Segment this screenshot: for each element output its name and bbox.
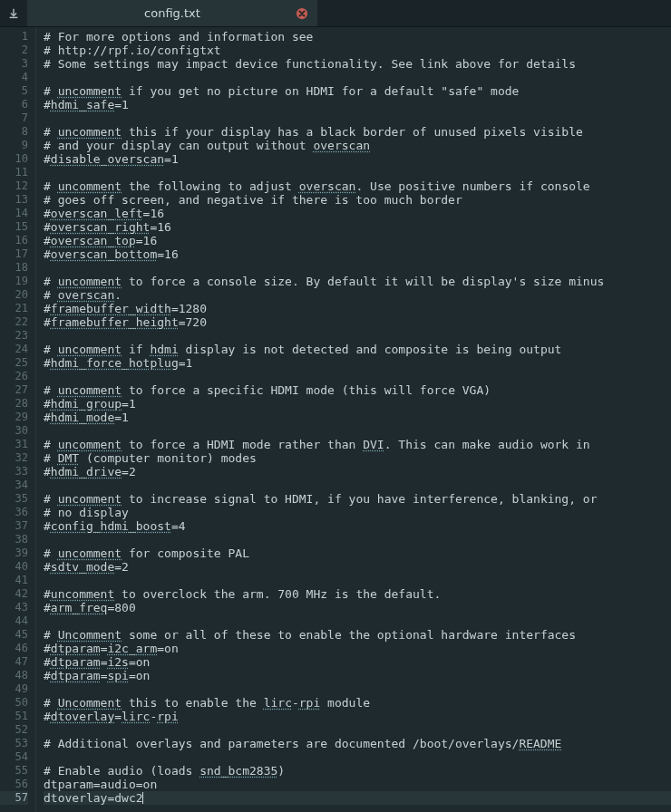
code-line[interactable]	[44, 166, 671, 179]
code-line[interactable]: # uncomment the following to adjust over…	[44, 179, 671, 193]
code-line[interactable]: #hdmi_safe=1	[44, 98, 671, 111]
code-line[interactable]: #framebuffer_height=720	[44, 315, 671, 329]
line-number: 27	[0, 383, 28, 397]
code-line[interactable]: #disable_overscan=1	[44, 152, 671, 166]
line-number: 6	[0, 98, 28, 111]
line-number: 51	[0, 710, 28, 723]
code-line[interactable]: #hdmi_drive=2	[44, 465, 671, 478]
code-line[interactable]	[44, 329, 671, 343]
code-line[interactable]	[44, 71, 671, 84]
code-line[interactable]	[44, 478, 671, 492]
code-line[interactable]: # uncomment this if your display has a b…	[44, 125, 671, 139]
code-area[interactable]: # For more options and information see# …	[36, 27, 671, 812]
code-line[interactable]: dtparam=audio=on	[44, 778, 671, 791]
line-number: 45	[0, 628, 28, 642]
code-line[interactable]: # uncomment to force a HDMI mode rather …	[44, 438, 671, 451]
code-line[interactable]: # Some settings may impact device functi…	[44, 57, 671, 71]
code-line[interactable]	[44, 111, 671, 125]
code-line[interactable]: #hdmi_force_hotplug=1	[44, 356, 671, 370]
code-line[interactable]: # DMT (computer monitor) modes	[44, 451, 671, 465]
line-number: 5	[0, 84, 28, 98]
line-number: 30	[0, 424, 28, 438]
line-number: 36	[0, 506, 28, 519]
code-line[interactable]	[44, 614, 671, 628]
titlebar: config.txt	[0, 0, 671, 27]
line-number: 2	[0, 44, 28, 57]
line-number: 31	[0, 438, 28, 451]
code-line[interactable]: #arm_freq=800	[44, 601, 671, 614]
line-number: 29	[0, 411, 28, 424]
code-line[interactable]: # Uncomment some or all of these to enab…	[44, 628, 671, 642]
line-number: 1	[0, 30, 28, 44]
code-line[interactable]	[44, 424, 671, 438]
line-number: 17	[0, 247, 28, 261]
code-line[interactable]	[44, 261, 671, 275]
line-number: 41	[0, 574, 28, 587]
code-line[interactable]	[44, 533, 671, 546]
code-line[interactable]: #dtoverlay=lirc-rpi	[44, 710, 671, 723]
code-line[interactable]: # Additional overlays and parameters are…	[44, 737, 671, 750]
code-line[interactable]: dtoverlay=dwc2	[44, 791, 671, 805]
download-icon[interactable]	[0, 0, 27, 26]
code-line[interactable]: # uncomment to force a specific HDMI mod…	[44, 383, 671, 397]
code-line[interactable]: # goes off screen, and negative if there…	[44, 193, 671, 207]
code-line[interactable]: # uncomment for composite PAL	[44, 546, 671, 560]
line-number: 34	[0, 478, 28, 492]
code-line[interactable]	[44, 723, 671, 737]
code-line[interactable]: #overscan_left=16	[44, 207, 671, 220]
code-line[interactable]: # uncomment to increase signal to HDMI, …	[44, 492, 671, 506]
code-line[interactable]: # uncomment to force a console size. By …	[44, 275, 671, 288]
line-number: 3	[0, 57, 28, 71]
code-line[interactable]	[44, 370, 671, 383]
line-number: 4	[0, 71, 28, 84]
line-number: 47	[0, 655, 28, 669]
line-number: 57	[0, 791, 28, 805]
code-line[interactable]	[44, 750, 671, 764]
editor[interactable]: 1234567891011121314151617181920212223242…	[0, 27, 671, 812]
line-number: 25	[0, 356, 28, 370]
code-line[interactable]: #dtparam=i2c_arm=on	[44, 642, 671, 655]
line-number-gutter: 1234567891011121314151617181920212223242…	[0, 27, 36, 812]
line-number: 13	[0, 193, 28, 207]
code-line[interactable]: #uncomment to overclock the arm. 700 MHz…	[44, 587, 671, 601]
line-number: 33	[0, 465, 28, 478]
line-number: 20	[0, 288, 28, 302]
line-number: 46	[0, 642, 28, 655]
code-line[interactable]: #overscan_bottom=16	[44, 247, 671, 261]
line-number: 55	[0, 764, 28, 778]
line-number: 19	[0, 275, 28, 288]
line-number: 18	[0, 261, 28, 275]
code-line[interactable]: # uncomment if you get no picture on HDM…	[44, 84, 671, 98]
code-line[interactable]: # and your display can output without ov…	[44, 139, 671, 152]
line-number: 54	[0, 750, 28, 764]
code-line[interactable]: # Enable audio (loads snd_bcm2835)	[44, 764, 671, 778]
code-line[interactable]	[44, 574, 671, 587]
code-line[interactable]: #framebuffer_width=1280	[44, 302, 671, 315]
tab-title: config.txt	[144, 6, 200, 20]
line-number: 11	[0, 166, 28, 179]
code-line[interactable]: # no display	[44, 506, 671, 519]
code-line[interactable]: #overscan_top=16	[44, 234, 671, 247]
code-line[interactable]: #dtparam=i2s=on	[44, 655, 671, 669]
line-number: 35	[0, 492, 28, 506]
code-line[interactable]: #dtparam=spi=on	[44, 669, 671, 682]
code-line[interactable]: #hdmi_mode=1	[44, 411, 671, 424]
line-number: 24	[0, 343, 28, 356]
code-line[interactable]: #hdmi_group=1	[44, 397, 671, 411]
code-line[interactable]: #sdtv_mode=2	[44, 560, 671, 574]
tab-config[interactable]: config.txt	[27, 0, 317, 26]
text-cursor	[142, 792, 143, 804]
line-number: 15	[0, 220, 28, 234]
line-number: 42	[0, 587, 28, 601]
code-line[interactable]: # Uncomment this to enable the lirc-rpi …	[44, 696, 671, 710]
code-line[interactable]: # For more options and information see	[44, 30, 671, 44]
code-line[interactable]: # http://rpf.io/configtxt	[44, 44, 671, 57]
code-line[interactable]: # overscan.	[44, 288, 671, 302]
line-number: 26	[0, 370, 28, 383]
code-line[interactable]	[44, 682, 671, 696]
line-number: 9	[0, 139, 28, 152]
code-line[interactable]: #overscan_right=16	[44, 220, 671, 234]
code-line[interactable]: # uncomment if hdmi display is not detec…	[44, 343, 671, 356]
code-line[interactable]: #config_hdmi_boost=4	[44, 519, 671, 533]
close-icon[interactable]	[296, 7, 308, 20]
